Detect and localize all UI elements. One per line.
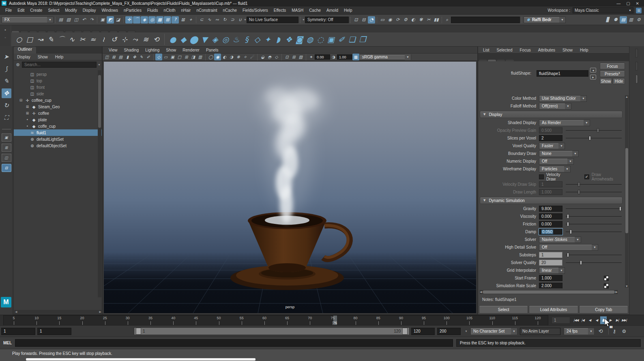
animation-start-field[interactable]: 1 [1,328,35,335]
color-method-dropdown[interactable]: Use Shading Color▼ [539,95,587,102]
expander-icon[interactable]: • [25,124,30,128]
motion-blur-icon[interactable]: ▥ [197,54,204,60]
menu-item[interactable]: Fields/Solvers [240,8,271,13]
xray-icon[interactable]: ◐ [221,54,228,60]
clock-icon[interactable]: ◔ [368,16,375,24]
open-editor-right-icon[interactable]: ⊟ [360,16,367,24]
menu-set-dropdown[interactable]: FX▼ [2,17,54,23]
playback-loop-icon[interactable]: ⟲ [597,328,604,335]
fps-dropdown[interactable]: 24 fps▼ [564,328,595,335]
friction-field[interactable]: 0.000 [539,221,562,227]
menu-item[interactable]: Edit [15,8,27,13]
go-to-start-button[interactable]: |◀◀ [573,316,579,324]
shelf-options-button[interactable]: ◦ [4,35,6,40]
high-detail-solve-dropdown[interactable]: Off▼ [539,244,598,251]
render-settings-icon[interactable]: ⚙ [402,16,409,24]
steam-fluid[interactable] [258,83,327,223]
lock-camera-icon[interactable]: ⊠ [110,54,117,60]
rotate-tool-icon[interactable]: ↻ [2,101,11,110]
two-pane-layout-icon[interactable]: ◫ [2,154,11,162]
attach-curves-icon[interactable]: ≈ [88,34,98,45]
gamma-field[interactable]: 1.00 [337,54,352,60]
workspace-lock-icon[interactable]: ⊠ [636,8,642,13]
plane-toggle-icon[interactable]: ◇ [273,54,280,60]
bookmark-icon[interactable]: ▮ [124,54,131,60]
render-view-icon[interactable]: ▭ [379,16,386,24]
search-icon[interactable]: ⌕ [444,16,451,24]
menu-item[interactable]: nHair [178,8,194,13]
solver-quality-slider[interactable] [566,260,622,266]
friction-slider[interactable] [566,221,622,227]
viewport-menu-item[interactable]: View [106,48,120,52]
node-name-field[interactable]: fluidShape1 [537,70,588,77]
workspace-dropdown[interactable]: Maya Classic▼ [573,7,633,13]
ae-horizontal-scrollbar[interactable]: ◀▶ [480,290,618,294]
ae-vertical-scrollbar[interactable]: ▲▼ [625,95,629,288]
nurbs-cube-icon[interactable]: ◆ [178,34,189,45]
revolve-icon[interactable]: ♨ [231,34,241,45]
viscosity-field[interactable]: 0.000 [539,213,562,219]
symmetry-field[interactable]: Symmetry: Off [305,17,349,23]
menu-item[interactable]: Help [341,8,355,13]
boundary-icon[interactable]: ❖ [283,34,294,45]
save-scene-icon[interactable]: ◫ [73,16,80,24]
range-start-handle[interactable] [136,328,141,335]
expander-icon[interactable]: ⊞ [25,111,30,115]
textured-icon[interactable]: ▣ [169,54,176,60]
2d-pan-zoom-icon[interactable]: ✎ [138,54,145,60]
outliner-filter-icon[interactable]: ⊛ [15,61,21,68]
lights-icon[interactable]: □ [176,54,183,60]
pencil-curve-icon[interactable]: ✎ [45,34,56,45]
camera-attributes-icon[interactable]: ▤ [117,54,124,60]
sidebar-channelbox-icon[interactable]: ▊ [604,16,612,24]
outliner-horizontal-scrollbar[interactable]: ◀▶ [14,310,102,314]
display-section-header[interactable]: ▼Display [480,111,623,118]
screen-ao-icon[interactable]: ◨ [190,54,197,60]
output-connection-icon[interactable]: ∾ [213,16,221,24]
outliner-menu-item[interactable]: Display [14,55,34,59]
menu-item[interactable]: Fluids [144,8,161,13]
menu-item[interactable]: Display [80,8,99,13]
exposure-icon[interactable]: ✦ [308,54,315,60]
rebuild-curve-icon[interactable]: ⟲ [151,34,161,45]
slices-per-voxel-slider[interactable] [566,135,622,141]
frame-selection-icon[interactable]: ⊡ [283,54,290,60]
detach-curves-icon[interactable]: ≀ [98,34,109,45]
user-account-dropdown[interactable]: ⚉Raffi Bedr ▼ [524,17,566,23]
quick-select-input[interactable] [451,17,520,23]
snap-view-plane-icon[interactable]: ▦ [156,16,163,24]
damp-field[interactable]: 0.050 [539,229,562,235]
four-pane-layout-icon[interactable]: ⊞ [2,144,11,152]
select-tool-icon[interactable]: ➤ [2,52,11,62]
nurbs-cylinder-icon[interactable]: ⬤ [189,34,199,45]
ipr-render-icon[interactable]: ⟳ [394,16,401,24]
outliner-item-coffee[interactable]: ⊞ ✛ coffee [14,110,102,116]
vtab-modeling-toolkit[interactable] [635,62,638,71]
viscosity-slider[interactable] [566,213,622,219]
snap-curve-icon[interactable]: ⌒ [133,16,140,24]
cut-icon[interactable]: ✂ [425,16,432,24]
loft-icon[interactable]: § [241,34,252,45]
color-management-icon[interactable]: ▦ [352,54,359,60]
birail-icon[interactable]: ◗ [273,34,283,45]
menu-item[interactable]: nCloth [161,8,178,13]
shadows-icon[interactable]: ⊞ [183,54,190,60]
shelf-menu-button[interactable]: ▪ [4,28,6,32]
xray-active-icon[interactable]: ❋ [235,54,242,60]
make-live-icon[interactable]: ⊞ [164,16,171,24]
ae-menu-item[interactable]: List [480,48,493,52]
ae-menu-item[interactable]: Help [577,48,592,52]
project-curve-icon[interactable]: ❏ [347,34,357,45]
outliner-item-side[interactable]: ◫ side [14,90,102,97]
voxel-quality-dropdown[interactable]: Faster▼ [539,143,565,149]
step-back-key-button[interactable]: ◀ [586,316,593,324]
viewport-menu-item[interactable]: Show [163,48,179,52]
ep-curve-icon[interactable]: ⌒ [56,34,67,45]
frame-all-icon[interactable]: ⊞ [290,54,297,60]
outliner-item-front[interactable]: ◫ front [14,84,102,90]
outliner-search-input[interactable] [22,62,97,68]
current-frame-marker[interactable]: 76 [333,316,337,325]
paint-select-tool-icon[interactable]: ✎ [2,76,11,86]
bezier-curve-icon[interactable]: ∿ [67,34,77,45]
outliner-menu-item[interactable]: Help [52,55,67,59]
